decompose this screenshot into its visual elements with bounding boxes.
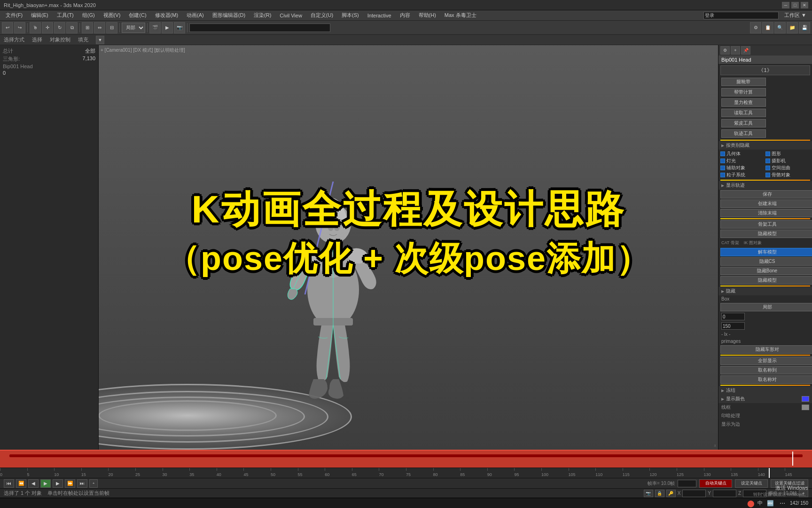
maximize-button[interactable]: □ — [791, 2, 799, 8]
next-frame-btn[interactable]: ▶ — [53, 479, 63, 488]
menu-help[interactable]: 帮助(H) — [415, 11, 440, 20]
bc-btn2[interactable]: 🔒 — [655, 490, 664, 497]
tb-render-setup[interactable]: 🎬 — [149, 22, 161, 33]
menu-interactive[interactable]: Interactive — [364, 12, 395, 19]
path-input[interactable]: C:\Users\liudew en\Documents\3ds Max 202… — [189, 24, 330, 32]
rp-bone-checkbox[interactable] — [765, 173, 770, 177]
rp-hide-model-btn[interactable]: 隐藏模型 — [720, 230, 812, 238]
add-key-btn[interactable]: + — [89, 479, 98, 488]
rp-by-name-btn[interactable]: 取名称到 — [720, 366, 812, 374]
bc-btn3[interactable]: 🔑 — [666, 490, 676, 497]
rp-geometry-checkbox[interactable] — [720, 151, 725, 156]
viewport[interactable]: + [Camera001] [DX 模式] [默认明暗处理] — [99, 45, 718, 450]
tb-rotate[interactable]: ↻ — [54, 22, 65, 33]
y-input[interactable] — [713, 490, 736, 497]
rp-create-end-btn[interactable]: 创建末端 — [720, 199, 812, 208]
rp-by-name2-btn[interactable]: 取名称对 — [720, 375, 812, 384]
rp-plus-btn[interactable]: + — [731, 46, 740, 55]
tb-select[interactable]: 🖱 — [30, 22, 41, 33]
close-button[interactable]: ✕ — [801, 2, 808, 8]
sub-object-control[interactable]: 对象控制 — [48, 36, 72, 44]
menu-content[interactable]: 内容 — [396, 11, 414, 20]
rp-value-input2[interactable] — [721, 322, 745, 330]
rp-settings-btn[interactable]: ⚙ — [720, 46, 730, 55]
taskbar-icon3[interactable]: ⋯ — [778, 499, 787, 508]
menu-modifier[interactable]: 修改器(M) — [151, 11, 182, 20]
menu-view[interactable]: 视图(V) — [100, 11, 125, 20]
rp-hide-car-btn[interactable]: 隐藏车形对 — [720, 345, 812, 354]
tb-extra3[interactable]: 🔍 — [774, 22, 786, 33]
rp-header[interactable]: Bip001 Head — [718, 56, 812, 64]
rp-spacewarp-checkbox[interactable] — [765, 166, 770, 170]
rp-band-calc-btn[interactable]: 帮带计算 — [721, 88, 766, 96]
tb-extra2[interactable]: 📋 — [762, 22, 773, 33]
menu-render[interactable]: 渲染(R) — [250, 11, 275, 20]
rp-hide-by-category-section[interactable]: 按类别隐藏 — [718, 141, 812, 150]
tb-layers-dropdown[interactable]: 局部 — [122, 23, 145, 33]
rp-hide-cs-btn[interactable]: 隐藏CS — [720, 257, 812, 266]
menu-group[interactable]: 组(G) — [78, 11, 99, 20]
rp-decar-model-btn[interactable]: 解车模型 — [720, 248, 812, 256]
menu-edit[interactable]: 编辑(E) — [27, 11, 52, 20]
rp-show-all-btn[interactable]: 全部显示 — [720, 357, 812, 365]
tb-align[interactable]: ⊟ — [106, 22, 117, 33]
rp-camera-checkbox[interactable] — [765, 159, 770, 163]
rp-read-tool-btn[interactable]: 读取工具 — [721, 109, 766, 117]
rp-light-checkbox[interactable] — [720, 159, 725, 163]
taskbar-lang[interactable]: 中 — [757, 500, 763, 507]
frame-ruler[interactable]: 0510152025303540455055606570758085909510… — [0, 468, 812, 478]
minimize-button[interactable]: ─ — [782, 2, 789, 8]
rp-value-input1[interactable] — [721, 313, 745, 320]
rp-hide-bone-btn[interactable]: 隐藏Bone — [720, 267, 812, 275]
rp-force-check-btn[interactable]: 显力检查 — [721, 98, 766, 107]
rp-local-btn[interactable]: 局部 — [720, 303, 812, 311]
current-frame-input[interactable]: 142 — [678, 480, 696, 487]
menu-file[interactable]: 文件(F) — [2, 11, 26, 20]
prev-key-btn[interactable]: ⏪ — [16, 479, 26, 488]
menu-grapheditor[interactable]: 图形编辑器(D) — [209, 11, 249, 20]
menu-animation[interactable]: 动画(A) — [183, 11, 208, 20]
rp-shape-checkbox[interactable] — [765, 151, 770, 156]
rp-helper-checkbox[interactable] — [720, 166, 725, 170]
rp-show-track-section[interactable]: 显示轨迹 — [718, 181, 812, 190]
rp-particle-checkbox[interactable] — [720, 173, 725, 177]
rp-clear-end-btn[interactable]: 清除末端 — [720, 209, 812, 217]
sub-fill[interactable]: 填充 — [76, 36, 90, 44]
timeline-area[interactable] — [0, 450, 812, 468]
go-to-end-btn[interactable]: ⏭ — [77, 479, 87, 488]
rp-display-color-section[interactable]: 显示颜色 — [718, 395, 812, 403]
rp-hide-section[interactable]: 隐藏 — [718, 287, 812, 295]
rp-save-btn[interactable]: 保存 — [720, 190, 812, 198]
rp-color-swatch-wire[interactable] — [802, 405, 809, 410]
next-key-btn[interactable]: ⏩ — [65, 479, 75, 488]
rp-track-tool-btn[interactable]: 轨迹工具 — [721, 129, 766, 138]
tb-redo[interactable]: ↪ — [14, 22, 25, 33]
tb-snap[interactable]: ⊞ — [82, 22, 93, 33]
menu-script[interactable]: 脚本(S) — [338, 11, 363, 20]
tb-extra1[interactable]: ⚙ — [750, 22, 761, 33]
rp-purple-tool-btn[interactable]: 紫皮工具 — [721, 119, 766, 127]
rp-color-swatch-blue[interactable] — [802, 396, 809, 402]
rp-skeleton-tool-btn[interactable]: 骨架工具 — [720, 220, 812, 229]
menu-workspace[interactable]: 工作区 ▼ — [781, 11, 810, 20]
taskbar-icon2[interactable]: 🔤 — [765, 499, 775, 508]
sub-select[interactable]: 选择 — [30, 36, 44, 44]
play-btn[interactable]: ▶ — [40, 479, 51, 488]
menu-max[interactable]: Max 杀毒卫士 — [441, 11, 480, 20]
sub-btn1[interactable]: ▼ — [96, 36, 104, 44]
tb-mirror[interactable]: ⇔ — [94, 22, 105, 33]
tb-render[interactable]: ▶ — [162, 22, 173, 33]
bc-btn1[interactable]: 📷 — [644, 490, 653, 497]
auto-key-btn[interactable]: 自动关键点 — [699, 479, 732, 488]
login-input[interactable] — [703, 12, 779, 19]
window-controls[interactable]: ─ □ ✕ — [782, 2, 808, 8]
tb-extra5[interactable]: 💾 — [799, 22, 810, 33]
sub-select-mode[interactable]: 选择方式 — [2, 36, 26, 44]
tb-move[interactable]: ✛ — [42, 22, 53, 33]
tb-scale[interactable]: ⧉ — [66, 22, 78, 33]
tb-render-frame[interactable]: 📷 — [174, 22, 185, 33]
rp-leg-btn[interactable]: 腿靴带 — [721, 78, 766, 86]
rp-pin-btn[interactable]: 📌 — [741, 46, 750, 55]
prev-frame-btn[interactable]: ◀ — [28, 479, 39, 488]
rp-freeze-section[interactable]: 冻结 — [718, 386, 812, 395]
